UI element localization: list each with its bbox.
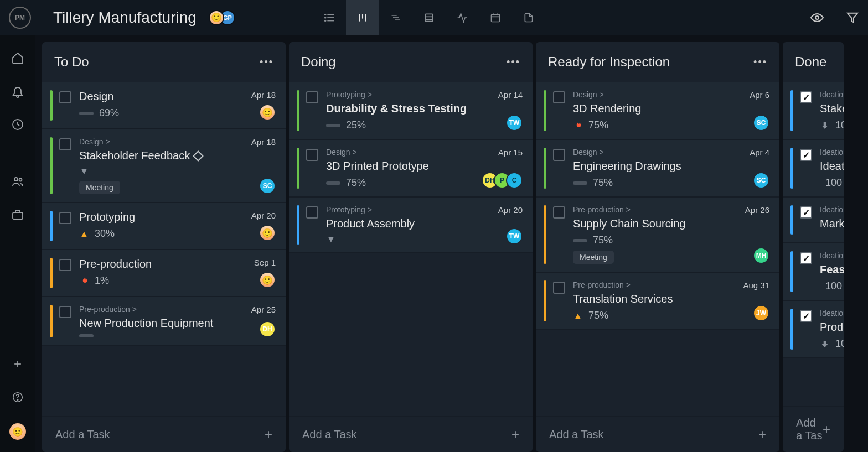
- task-card[interactable]: Pre-production1%Sep 1🙂: [42, 250, 286, 297]
- card-stripe: [544, 148, 546, 189]
- task-card[interactable]: Design >3D Printed Prototype75%Apr 15DHP…: [289, 139, 533, 197]
- app-logo[interactable]: PM: [9, 7, 31, 29]
- assignee-avatar[interactable]: SC: [753, 172, 769, 189]
- task-checkbox[interactable]: [553, 149, 565, 161]
- task-checkbox[interactable]: ✓: [800, 206, 812, 219]
- project-title[interactable]: Tillery Manufacturing: [53, 9, 197, 27]
- parent-link[interactable]: Design >: [326, 148, 482, 157]
- add-task-button[interactable]: Add a Task+: [536, 416, 779, 452]
- view-file-icon[interactable]: [512, 0, 545, 35]
- expand-icon[interactable]: ▼: [79, 167, 89, 176]
- due-date: Apr 4: [750, 148, 769, 157]
- task-checkbox[interactable]: [553, 282, 565, 294]
- task-checkbox[interactable]: [306, 149, 318, 161]
- home-icon[interactable]: [11, 51, 25, 65]
- assignee-avatar[interactable]: 🙂: [259, 272, 276, 288]
- project-avatars[interactable]: GP: [209, 10, 235, 25]
- task-card[interactable]: Pre-production >New Production Equipment…: [42, 297, 286, 346]
- column-menu-icon[interactable]: •••: [260, 56, 273, 68]
- assignee-avatar[interactable]: MH: [753, 247, 769, 264]
- parent-link[interactable]: Design >: [79, 137, 237, 146]
- task-checkbox[interactable]: [306, 91, 318, 103]
- task-card[interactable]: ✓IdeationIdeatio100: [783, 139, 844, 197]
- task-checkbox[interactable]: ✓: [800, 310, 812, 322]
- briefcase-icon[interactable]: [11, 207, 25, 222]
- view-activity-icon[interactable]: [446, 0, 479, 35]
- task-card[interactable]: Design >Stakeholder Feedback ▼MeetingApr…: [42, 129, 286, 202]
- task-checkbox[interactable]: [59, 138, 71, 150]
- assignee-list: TW: [506, 115, 523, 131]
- assignee-list: DHPC: [482, 172, 523, 189]
- progress-bar-icon: [79, 112, 94, 115]
- view-list-icon[interactable]: [313, 0, 346, 35]
- task-card[interactable]: Design >Engineering Drawings75%Apr 4SC: [536, 139, 779, 197]
- filter-icon[interactable]: [846, 11, 859, 24]
- task-checkbox[interactable]: ✓: [800, 91, 812, 103]
- add-task-button[interactable]: Add a Task+: [42, 416, 286, 452]
- parent-link[interactable]: Ideation: [820, 205, 834, 214]
- clock-icon[interactable]: [11, 117, 25, 132]
- task-checkbox[interactable]: [553, 206, 565, 219]
- task-card[interactable]: ✓IdeationStakeh100: [783, 82, 844, 139]
- task-checkbox[interactable]: [59, 306, 71, 318]
- add-task-button[interactable]: Add a Task+: [289, 416, 533, 452]
- task-card[interactable]: ✓IdeationProdu100: [783, 300, 844, 358]
- avatar-user[interactable]: [209, 10, 224, 25]
- assignee-avatar[interactable]: JW: [753, 305, 769, 321]
- user-avatar[interactable]: [9, 423, 26, 440]
- column-menu-icon[interactable]: •••: [753, 56, 767, 68]
- task-card[interactable]: Prototyping >Product Assembly▼Apr 20TW: [289, 197, 533, 253]
- add-task-button[interactable]: Add a Tas+: [783, 406, 844, 452]
- task-tag[interactable]: Meeting: [79, 181, 120, 194]
- parent-link[interactable]: Design >: [573, 148, 731, 157]
- task-card[interactable]: Prototyping▲30%Apr 20🙂: [42, 202, 286, 250]
- parent-link[interactable]: Ideation: [820, 148, 834, 157]
- parent-link[interactable]: Pre-production >: [573, 280, 731, 289]
- task-card[interactable]: Pre-production >Supply Chain Sourcing75%…: [536, 197, 779, 272]
- parent-link[interactable]: Prototyping >: [326, 205, 484, 214]
- view-calendar-icon[interactable]: [479, 0, 512, 35]
- svg-point-19: [815, 16, 819, 19]
- task-card[interactable]: ✓IdeationFeasib100: [783, 243, 844, 300]
- task-checkbox[interactable]: [306, 206, 318, 219]
- expand-icon[interactable]: ▼: [326, 235, 336, 245]
- task-tag[interactable]: Meeting: [573, 251, 614, 264]
- visibility-icon[interactable]: [810, 11, 824, 24]
- assignee-avatar[interactable]: SC: [753, 115, 769, 131]
- task-checkbox[interactable]: ✓: [800, 252, 812, 264]
- parent-link[interactable]: Design >: [573, 90, 731, 99]
- task-checkbox[interactable]: [59, 91, 71, 103]
- assignee-avatar[interactable]: TW: [506, 228, 523, 245]
- assignee-avatar[interactable]: DH: [259, 321, 276, 337]
- add-icon[interactable]: [11, 357, 25, 371]
- task-card[interactable]: Pre-production >Translation Services▲75%…: [536, 272, 779, 330]
- task-checkbox[interactable]: [59, 212, 71, 224]
- assignee-avatar[interactable]: 🙂: [259, 104, 276, 121]
- task-card[interactable]: Design >3D Rendering75%Apr 6SC: [536, 82, 779, 139]
- assignee-avatar[interactable]: 🙂: [259, 225, 276, 241]
- add-task-label: Add a Task: [549, 428, 604, 441]
- assignee-avatar[interactable]: SC: [259, 178, 276, 194]
- assignee-avatar[interactable]: TW: [506, 115, 523, 131]
- people-icon[interactable]: [11, 174, 25, 189]
- parent-link[interactable]: Prototyping >: [326, 90, 484, 99]
- task-card[interactable]: Prototyping >Durability & Stress Testing…: [289, 82, 533, 139]
- task-checkbox[interactable]: ✓: [800, 149, 812, 161]
- parent-link[interactable]: Pre-production >: [573, 205, 731, 214]
- parent-link[interactable]: Ideation: [820, 309, 834, 318]
- parent-link[interactable]: Ideation: [820, 251, 834, 260]
- assignee-avatar[interactable]: C: [506, 172, 523, 189]
- task-checkbox[interactable]: [553, 91, 565, 103]
- priority-up-icon: ▲: [573, 311, 583, 321]
- view-gantt-icon[interactable]: [379, 0, 412, 35]
- task-checkbox[interactable]: [59, 259, 71, 271]
- help-icon[interactable]: [11, 390, 25, 404]
- parent-link[interactable]: Ideation: [820, 90, 834, 99]
- view-board-icon[interactable]: [346, 0, 379, 35]
- task-card[interactable]: Design69%Apr 18🙂: [42, 82, 286, 129]
- bell-icon[interactable]: [11, 84, 25, 98]
- view-table-icon[interactable]: [412, 0, 446, 35]
- parent-link[interactable]: Pre-production >: [79, 305, 237, 314]
- column-menu-icon[interactable]: •••: [507, 56, 520, 68]
- task-card[interactable]: ✓IdeationMarke: [783, 197, 844, 243]
